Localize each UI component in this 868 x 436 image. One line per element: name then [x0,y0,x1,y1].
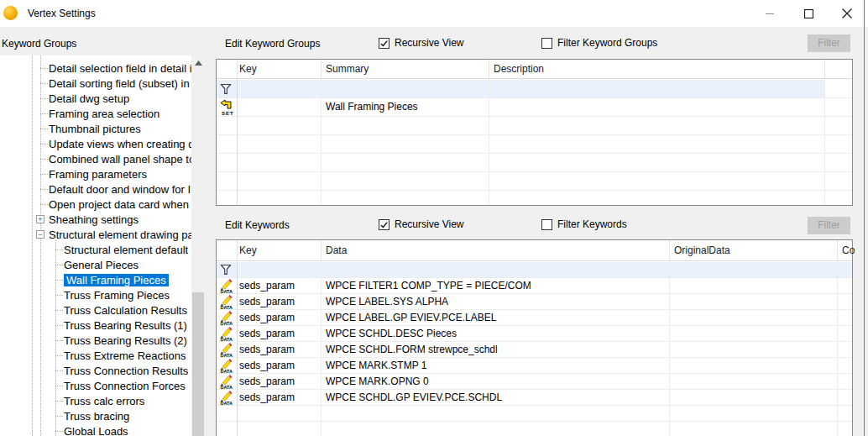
cell-data: WPCE SCHDL.DESC Pieces [326,326,457,341]
cell-data: WPCE SCHDL.FORM strewpce_schdl [326,342,498,357]
column-header-summary[interactable]: Summary [326,60,369,79]
tree-item[interactable]: Truss Bearing Results (2) [0,333,191,348]
data-icon: DATA [220,326,235,342]
tree-item[interactable]: Detail dwg setup [0,91,191,106]
tree-item[interactable]: Truss Calculation Results [0,302,191,318]
titlebar: Vertex Settings [0,0,868,27]
tree-item[interactable]: Truss Connection Results [0,363,191,378]
cell-data: WPCE LABEL.SYS ALPHA [326,294,448,309]
tree-item[interactable]: Thumbnail pictures [0,121,191,136]
tree-item[interactable]: Framing area selection [0,106,191,121]
table-row[interactable]: DATAseds_paramWPCE LABEL.GP EVIEV.PCE.LA… [217,310,852,326]
tree-item[interactable]: Default door and window for IFC [0,181,191,197]
tree-item[interactable]: Truss Framing Pieces [0,287,191,302]
column-divider [837,240,838,260]
vertex-settings-window: Vertex Settings Keyword Groups Edit Keyw… [0,0,868,436]
tree-item[interactable]: Truss Extreme Reactions [0,348,191,363]
scrollbar-thumb[interactable] [192,292,204,436]
tree-item[interactable]: Truss calc errors [0,393,191,408]
checkbox-checked-icon [379,38,390,49]
tree-item[interactable]: Update views when creating dra [0,136,191,151]
data-icon: DATA [220,390,235,406]
filter-icon[interactable] [220,83,232,94]
cell-summary: Wall Framing Pieces [326,98,418,116]
column-divider [824,80,825,205]
column-header-comment[interactable]: Co [842,240,855,261]
filter-button-keywords[interactable]: Filter [808,217,850,234]
close-button[interactable] [828,0,866,27]
table-row[interactable]: SETWall Framing Pieces [217,98,852,117]
tree-item[interactable]: Detail sorting field (subset) in de [0,76,191,91]
table-row[interactable]: DATAseds_paramWPCE MARK.STMP 1 [217,358,852,374]
tree-item[interactable]: Global Loads [0,423,191,436]
filter-button-groups[interactable]: Filter [808,34,850,52]
recursive-view-label: Recursive View [395,37,463,49]
column-header-key[interactable]: Key [239,240,257,261]
tree-item-label: Truss Bearing Results (2) [64,334,187,347]
recursive-view-checkbox-keywords[interactable]: Recursive View [379,218,463,230]
table-row[interactable] [217,262,852,278]
tree-item-label: Framing area selection [49,108,159,120]
table-body: SETWall Framing Pieces [217,80,852,205]
column-divider [837,262,838,436]
expand-icon[interactable]: + [36,215,44,223]
cell-key: seds_param [239,326,295,341]
window-title: Vertex Settings [28,8,96,19]
tree-item[interactable]: +Sheathing settings [0,212,191,227]
table-row[interactable]: DATAseds_paramWPCE LABEL.SYS ALPHA [217,294,852,310]
table-row[interactable]: DATAseds_paramWPCE SCHDL.GP EVIEV.PCE.SC… [217,390,852,406]
tree-item-label: Default door and window for IFC [49,183,191,196]
table-row[interactable]: DATAseds_paramWPCE SCHDL.FORM strewpce_s… [217,342,852,358]
column-header-data[interactable]: Data [326,240,347,261]
column-divider [669,262,670,436]
settings-tree: Detail selection field in detail inpDeta… [0,55,205,436]
column-divider [237,262,238,436]
filter-keyword-groups-checkbox[interactable]: Filter Keyword Groups [541,37,657,49]
table-row[interactable] [217,80,852,98]
tree-item[interactable]: −Structural element drawing part [0,227,191,242]
recursive-view-checkbox-groups[interactable]: Recursive View [379,37,463,49]
table-row[interactable]: DATAseds_paramWPCE SCHDL.DESC Pieces [217,326,852,342]
data-icon: DATA [220,278,235,294]
collapse-icon[interactable]: − [36,230,44,239]
checkbox-unchecked-icon [541,219,552,230]
tree-items: Detail selection field in detail inpDeta… [0,60,191,436]
column-header-key[interactable]: Key [239,60,257,79]
tree-item[interactable]: Framing parameters [0,166,191,181]
tree-item[interactable]: Truss bracing [0,408,191,423]
tree-item-label: Sheathing settings [49,213,139,226]
tree-item-label: Truss Calculation Results [64,304,187,317]
tree-item[interactable]: Wall Framing Pieces [0,272,191,287]
data-icon: DATA [220,310,235,326]
column-divider [321,262,322,436]
tree-item[interactable]: Truss Connection Forces [0,378,191,393]
tree-scrollbar[interactable] [191,55,205,436]
table-row[interactable]: DATAseds_paramWPCE FILTER1 COMP_TYPE = P… [217,278,852,294]
table-header: Key Summary Description [217,60,852,79]
column-header-originaldata[interactable]: OriginalData [674,240,730,261]
tree-item[interactable]: General Pieces [0,257,191,272]
filter-keywords-checkbox[interactable]: Filter Keywords [541,218,627,230]
edit-keyword-groups-label: Edit Keyword Groups [225,38,320,50]
tree-item-label: Truss Framing Pieces [64,289,170,302]
tree-item[interactable]: Detail selection field in detail inp [0,60,191,76]
app-icon [3,6,18,20]
minimize-button[interactable] [750,0,789,27]
table-row[interactable]: DATAseds_paramWPCE MARK.OPNG 0 [217,374,852,390]
maximize-button[interactable] [789,0,828,27]
tree-item[interactable]: Open project data card when op [0,197,191,212]
data-icon: DATA [220,358,235,374]
cell-key: seds_param [239,390,295,405]
tree-item[interactable]: Structural element default av [0,242,191,257]
scroll-up-icon[interactable] [191,57,205,69]
filter-icon[interactable] [220,265,232,276]
keyword-groups-table: Key Summary Description SETWall Framing … [216,59,853,206]
column-divider [489,60,489,78]
tree-item[interactable]: Truss Bearing Results (1) [0,318,191,333]
tree-item[interactable]: Combined wall panel shape tole [0,151,191,166]
column-header-description[interactable]: Description [494,60,544,79]
edit-keywords-label: Edit Keywords [225,219,290,231]
cell-data: WPCE LABEL.GP EVIEV.PCE.LABEL [326,310,496,325]
tree-item-label: Truss Connection Results [64,365,188,377]
cell-key: seds_param [239,278,295,293]
